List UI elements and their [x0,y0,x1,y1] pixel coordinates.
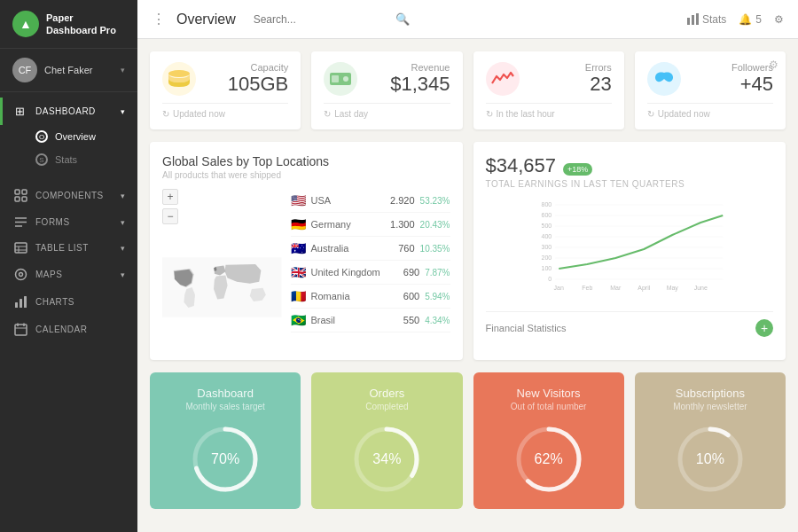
stat-card-followers: ⚙ Followers +45 ↻ Updated now [635,51,786,129]
visitors-pct-text: 62% [535,451,563,467]
finance-footer-label: Financial Statistics [486,323,567,333]
svg-rect-21 [692,15,694,25]
search-wrap: 🔍 [254,12,687,26]
map-content: + − [162,189,450,348]
flag-icon: 🇩🇪 [291,217,306,231]
svg-point-11 [15,270,26,280]
stat-card-errors: Errors 23 ↻ In the last hour [473,51,624,129]
svg-text:Jan: Jan [553,285,563,291]
calendar-icon [12,323,28,336]
add-button[interactable]: + [755,319,773,337]
finance-header: $34,657 +18% [486,154,774,179]
followers-label: Followers [732,62,773,73]
orders-card-subtitle: Completed [365,402,408,411]
errors-value: 23 [585,73,612,96]
subscriptions-pct-text: 10% [696,451,724,467]
bottom-card-orders: Orders Completed 34% [311,372,462,509]
topbar: ⋮ Overview 🔍 Stats 🔔 5 ⚙ [137,0,798,39]
followers-footer: ↻ Updated now [647,103,773,119]
refresh-icon: ↻ [324,109,331,119]
finance-chart-svg: 800 600 500 400 300 200 100 0 [486,198,774,295]
dashboard-card-title: Dashboard [197,387,254,400]
zoom-in-button[interactable]: + [162,189,178,205]
search-icon[interactable]: 🔍 [395,12,410,26]
svg-rect-15 [24,296,27,308]
stat-cards: Capacity 105GB ↻ Updated now Revenue [150,51,786,129]
topbar-actions: Stats 🔔 5 ⚙ [687,13,784,26]
components-icon [12,189,28,202]
orders-pct-text: 34% [372,451,401,467]
map-visual: + − [162,189,282,348]
map-card: Global Sales by Top Locations All produc… [150,142,463,360]
zoom-out-button[interactable]: − [162,208,178,224]
sidebar-item-stats[interactable]: S Stats [0,148,137,171]
sidebar-item-forms[interactable]: FORMS ▾ [0,209,137,235]
visitors-card-subtitle: Out of total number [511,402,587,411]
svg-text:June: June [693,285,707,291]
revenue-footer: ↻ Last day [324,103,450,119]
sidebar-item-dashboard[interactable]: ⊞ DASHBOARD ▾ [0,98,137,125]
svg-rect-22 [696,13,699,25]
svg-text:0: 0 [548,276,552,282]
dashboard-icon: ⊞ [12,105,28,118]
finance-card: $34,657 +18% TOTAL EARNINGS IN LAST TEN … [473,142,786,360]
chevron-table-icon: ▾ [121,244,125,253]
finance-footer: Financial Statistics + [486,311,774,337]
map-subtitle: All products that were shipped [162,170,450,180]
refresh-icon: ↻ [486,109,493,119]
search-input[interactable] [254,13,395,26]
settings-icon[interactable]: ⚙ [769,59,778,71]
circle-icon: O [35,130,48,143]
dashboard-progress: 70% [190,424,261,495]
sidebar: ▲ Paper Dashboard Pro CF Chet Faker ▾ ⊞ … [0,0,137,532]
revenue-value: $1,345 [390,73,450,96]
flag-icon: 🇷🇴 [291,289,306,303]
chevron-forms-icon: ▾ [121,218,125,227]
stats-button[interactable]: Stats [687,13,726,26]
avatar: CF [12,58,37,82]
subscriptions-card-subtitle: Monthly newsletter [673,402,747,411]
table-row: 🇦🇺 Australia 760 10.35% [291,237,450,261]
bottom-card-subscriptions: Subscriptions Monthly newsletter 10% [635,372,786,509]
svg-rect-0 [15,190,20,194]
charts-row: Global Sales by Top Locations All produc… [150,142,786,360]
main-area: ⋮ Overview 🔍 Stats 🔔 5 ⚙ [137,0,798,532]
followers-value: +45 [732,73,773,96]
revenue-icon [324,62,357,96]
map-title: Global Sales by Top Locations [162,154,450,168]
settings-button[interactable]: ⚙ [774,13,784,26]
sidebar-logo: ▲ Paper Dashboard Pro [0,0,137,49]
table-row: 🇬🇧 United Kingdom 690 7.87% [291,261,450,285]
sidebar-item-table-list[interactable]: TABLE LIST ▾ [0,235,137,261]
errors-label: Errors [585,62,612,73]
table-icon [12,242,28,254]
visitors-card-title: New Visitors [517,387,581,400]
dashboard-section: ⊞ DASHBOARD ▾ O Overview S Stats [0,92,137,176]
sidebar-item-charts[interactable]: CHARTS [0,288,137,316]
svg-text:May: May [666,285,678,292]
subscriptions-progress: 10% [675,424,746,495]
table-row: 🇺🇸 USA 2.920 53.23% [291,189,450,213]
revenue-label: Revenue [390,62,450,73]
errors-icon [486,62,520,96]
notifications-button[interactable]: 🔔 5 [739,13,762,26]
sidebar-item-maps[interactable]: MAPS ▾ [0,261,137,288]
stat-card-capacity: Capacity 105GB ↻ Updated now [150,51,301,129]
sidebar-item-overview[interactable]: O Overview [0,125,137,148]
capacity-icon [162,62,196,96]
sidebar-item-components[interactable]: COMPONENTS ▾ [0,182,137,209]
sidebar-item-calendar[interactable]: CALENDAR [0,316,137,343]
svg-rect-2 [15,197,20,201]
svg-rect-16 [15,325,27,335]
svg-rect-25 [332,75,339,82]
page-title: Overview [176,12,236,27]
svg-point-26 [343,76,348,82]
svg-text:April: April [638,285,650,292]
sidebar-user[interactable]: CF Chet Faker ▾ [0,49,137,92]
menu-icon[interactable]: ⋮ [152,11,166,27]
map-table: 🇺🇸 USA 2.920 53.23% 🇩🇪 Germany 1.300 20.… [291,189,450,332]
finance-chart: 800 600 500 400 300 200 100 0 [486,198,774,304]
svg-point-12 [19,273,22,277]
svg-text:400: 400 [541,233,552,239]
table-row: 🇧🇷 Brasil 550 4.34% [291,309,450,332]
